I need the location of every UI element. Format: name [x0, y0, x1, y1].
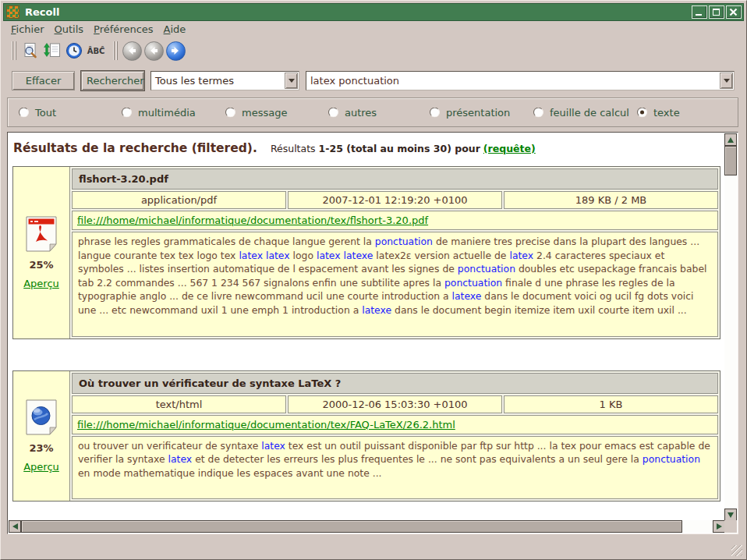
recoll-app-icon: [6, 5, 19, 19]
vertical-scroll-trough[interactable]: [724, 175, 737, 509]
result-size: 189 KB / 2 MB: [504, 191, 718, 209]
previous-page-icon: [144, 41, 164, 61]
result-mime: text/html: [72, 395, 286, 413]
result-date: 2007-12-01 12:19:20 +0100: [288, 191, 502, 209]
previous-page-button[interactable]: [143, 40, 165, 62]
resize-grip[interactable]: [731, 545, 742, 556]
filter-texte[interactable]: texte: [637, 107, 680, 119]
vertical-scrollbar[interactable]: [724, 133, 737, 521]
horizontal-scrollbar[interactable]: [9, 520, 725, 533]
horizontal-scroll-thumb[interactable]: [21, 520, 682, 533]
arrow-left-icon: [12, 523, 18, 530]
result-url-link[interactable]: file:///home/michael/informatique/docume…: [77, 214, 428, 226]
filter-message[interactable]: message: [225, 107, 287, 119]
scrollbar-corner: [724, 520, 737, 533]
filter-multimedia[interactable]: multimédia: [122, 107, 196, 119]
minimize-button[interactable]: [692, 5, 707, 19]
result-mime: application/pdf: [72, 191, 286, 209]
html-icon: [26, 399, 57, 435]
arrow-right-icon: [717, 523, 722, 530]
filter-feuille-de-calcul[interactable]: feuille de calcul: [533, 107, 629, 119]
next-page-button[interactable]: [165, 40, 186, 62]
sort-parameters-button[interactable]: [41, 40, 63, 62]
result-title: Où trouver un vérificateur de syntaxe La…: [72, 373, 718, 394]
result-snippet: phrase les regles grammaticales de chaqu…: [72, 232, 718, 337]
toolbar-grip[interactable]: [113, 41, 119, 60]
results-list: Résultats de la recherche (filtered). Ré…: [9, 133, 725, 521]
category-filter-bar: Tout multimédia message autres présentat…: [7, 97, 738, 127]
radio-icon: [430, 108, 440, 118]
results-heading: Résultats de la recherche (filtered).: [13, 141, 257, 155]
radio-icon: [122, 108, 132, 118]
recoll-window: Recoll Fichier Outils Préférences Aide: [0, 0, 747, 560]
sort-parameters-icon: [44, 42, 61, 59]
menu-bar: Fichier Outils Préférences Aide: [3, 21, 744, 37]
preview-link[interactable]: Aperçu: [23, 461, 59, 473]
toolbar: ÂBĈ: [3, 38, 744, 63]
relevance-percent: 23%: [29, 442, 53, 454]
menu-preferences[interactable]: Préférences: [92, 22, 161, 37]
term-explorer-button[interactable]: ÂBĈ: [85, 40, 107, 62]
results-header: Résultats de la recherche (filtered). Ré…: [9, 133, 725, 155]
radio-icon: [533, 108, 543, 118]
scroll-left-button[interactable]: [9, 520, 21, 533]
result-title: flshort-3.20.pdf: [72, 168, 718, 190]
first-page-button[interactable]: [121, 40, 143, 62]
menu-outils[interactable]: Outils: [53, 22, 93, 37]
result-item: 25% Aperçu flshort-3.20.pdf application/…: [12, 166, 720, 339]
result-url-link[interactable]: file:///home/michael/informatique/docume…: [77, 419, 455, 431]
menu-aide[interactable]: Aide: [162, 22, 195, 37]
chevron-down-icon[interactable]: [720, 73, 733, 89]
relevance-percent: 25%: [29, 259, 53, 271]
result-side-panel: 25% Aperçu: [13, 167, 70, 338]
filter-autres[interactable]: autres: [328, 107, 377, 119]
title-bar[interactable]: Recoll: [3, 3, 744, 21]
clear-button[interactable]: Effacer: [12, 71, 75, 90]
search-mode-value: Tous les termes: [151, 75, 285, 87]
term-explorer-icon: ÂBĈ: [87, 47, 105, 55]
first-page-icon: [122, 41, 142, 61]
chevron-down-icon[interactable]: [285, 73, 298, 89]
filter-tout[interactable]: Tout: [19, 107, 56, 119]
scroll-down-button[interactable]: [724, 509, 737, 521]
scroll-up-button[interactable]: [724, 133, 737, 146]
results-summary: Résultats 1-25 (total au moins 30) pour …: [271, 143, 536, 154]
preview-link[interactable]: Aperçu: [23, 278, 59, 289]
history-button[interactable]: [63, 40, 85, 62]
search-mode-combobox[interactable]: Tous les termes: [150, 71, 299, 90]
advanced-search-icon: [22, 42, 39, 59]
result-side-panel: 23% Aperçu: [13, 371, 70, 502]
history-icon: [65, 42, 83, 59]
result-date: 2000-12-06 15:03:30 +0100: [288, 395, 502, 413]
result-url-row: file:///home/michael/informatique/docume…: [72, 211, 718, 230]
results-area: Résultats de la recherche (filtered). Ré…: [7, 132, 738, 534]
pdf-icon: [26, 216, 57, 252]
query-link[interactable]: (requête): [483, 143, 536, 154]
maximize-button[interactable]: [709, 5, 724, 19]
maximize-icon: [713, 9, 720, 16]
radio-icon: [328, 108, 338, 118]
status-bar: [3, 534, 744, 558]
vertical-scroll-thumb[interactable]: [724, 146, 737, 175]
close-icon: [729, 8, 738, 16]
horizontal-scroll-trough[interactable]: [682, 520, 713, 533]
result-details: Où trouver un vérificateur de syntaxe La…: [70, 371, 720, 502]
radio-icon: [225, 108, 235, 118]
search-input[interactable]: [306, 74, 720, 87]
filter-presentation[interactable]: présentation: [430, 107, 510, 119]
close-button[interactable]: [726, 5, 742, 19]
search-button[interactable]: Rechercher: [81, 71, 144, 90]
radio-icon: [19, 108, 29, 118]
scroll-right-button[interactable]: [713, 520, 725, 533]
arrow-up-icon: [728, 137, 734, 143]
query-combobox[interactable]: [306, 71, 735, 90]
toolbar-grip[interactable]: [12, 41, 17, 60]
advanced-search-button[interactable]: [19, 40, 41, 62]
result-meta-row: application/pdf 2007-12-01 12:19:20 +010…: [72, 191, 718, 209]
result-size: 1 KB: [504, 395, 718, 413]
result-url-row: file:///home/michael/informatique/docume…: [72, 415, 718, 434]
result-details: flshort-3.20.pdf application/pdf 2007-12…: [70, 167, 720, 338]
menu-fichier[interactable]: Fichier: [9, 22, 53, 37]
result-item: 23% Aperçu Où trouver un vérificateur de…: [12, 370, 720, 502]
next-page-icon: [166, 41, 186, 61]
